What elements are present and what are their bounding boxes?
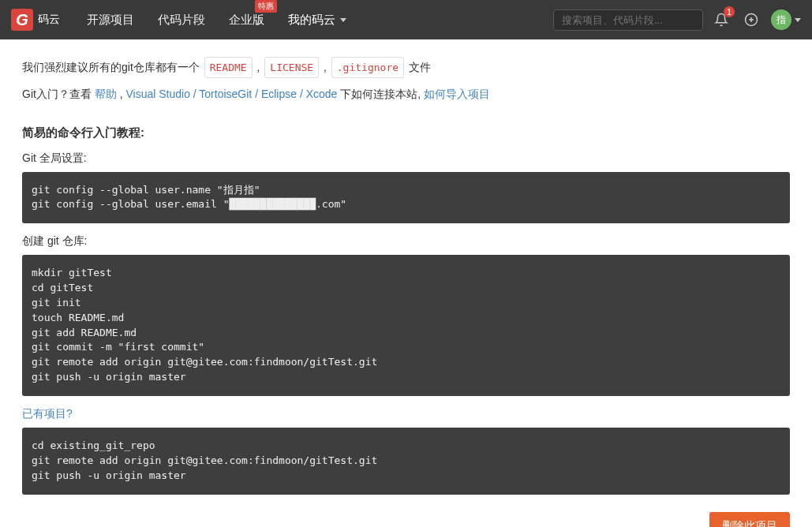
tag-license: LICENSE — [264, 57, 319, 78]
nav-snippets[interactable]: 代码片段 — [153, 9, 210, 31]
top-nav: G 码云 开源项目 代码片段 企业版 特惠 我的码云 1 指 — [0, 0, 812, 39]
notifications-icon[interactable]: 1 — [709, 8, 733, 32]
promo-badge: 特惠 — [255, 0, 277, 13]
global-code[interactable]: git config --global user.name "指月指" git … — [22, 172, 790, 224]
nav-links: 开源项目 代码片段 企业版 特惠 我的码云 — [82, 9, 351, 31]
import-link[interactable]: 如何导入项目 — [424, 88, 490, 100]
tag-gitignore: .gitignore — [331, 57, 404, 78]
logo-text: 码云 — [38, 13, 60, 27]
existing-code[interactable]: cd existing_git_repo git remote add orig… — [22, 428, 790, 495]
chevron-down-icon — [340, 18, 346, 22]
create-code[interactable]: mkdir gitTest cd gitTest git init touch … — [22, 255, 790, 396]
nav-mine[interactable]: 我的码云 — [283, 9, 351, 31]
nav-open-source[interactable]: 开源项目 — [82, 9, 139, 31]
create-label: 创建 git 仓库: — [22, 234, 790, 249]
avatar[interactable]: 指 — [771, 9, 791, 30]
footer-row: 删除此项目 — [22, 512, 790, 527]
delete-project-button[interactable]: 删除此项目 — [709, 512, 790, 527]
help-link[interactable]: 帮助 — [95, 88, 117, 100]
tutorial-heading: 简易的命令行入门教程: — [22, 125, 790, 140]
main-content: 我们强烈建议所有的git仓库都有一个 README , LICENSE , .g… — [0, 39, 812, 527]
avatar-caret-icon[interactable] — [795, 18, 801, 22]
notif-badge: 1 — [724, 6, 735, 17]
help-line: Git入门？查看 帮助 , Visual Studio / TortoiseGi… — [22, 84, 790, 104]
search-input[interactable] — [553, 9, 703, 31]
global-label: Git 全局设置: — [22, 151, 790, 166]
logo-icon: G — [11, 9, 33, 31]
recommendation-line: 我们强烈建议所有的git仓库都有一个 README , LICENSE , .g… — [22, 57, 790, 78]
logo[interactable]: G 码云 — [11, 9, 60, 31]
existing-label[interactable]: 已有项目? — [22, 407, 790, 421]
nav-enterprise[interactable]: 企业版 特惠 — [224, 9, 269, 31]
tag-readme: README — [204, 57, 253, 78]
ide-link[interactable]: Visual Studio / TortoiseGit / Eclipse / … — [125, 88, 337, 100]
add-icon[interactable] — [739, 8, 763, 32]
